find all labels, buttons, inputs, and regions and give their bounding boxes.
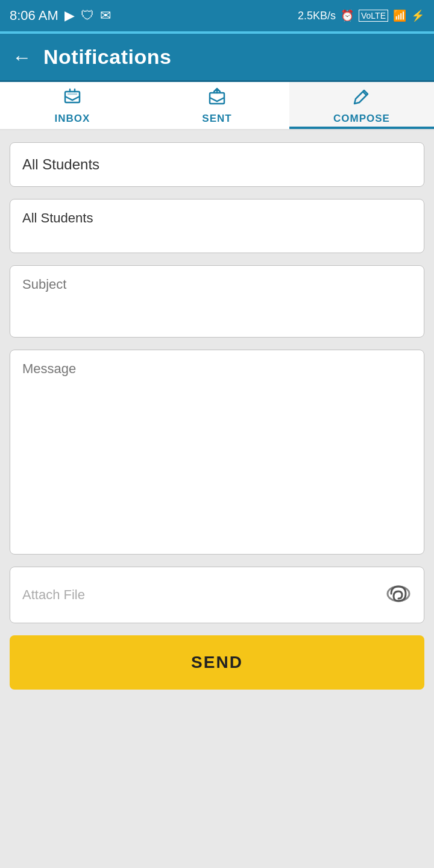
subject-field[interactable] <box>10 265 424 338</box>
compose-icon <box>352 87 371 110</box>
tab-sent[interactable]: SENT <box>145 82 289 129</box>
send-button[interactable]: SEND <box>10 635 424 690</box>
tab-compose-label: COMPOSE <box>333 113 390 125</box>
sent-icon <box>207 87 227 110</box>
shield-icon: 🛡 <box>81 8 94 24</box>
inbox-icon <box>63 87 82 110</box>
message-field[interactable] <box>10 350 424 555</box>
page-title: Notifications <box>43 45 171 69</box>
tab-compose[interactable]: COMPOSE <box>289 82 434 129</box>
paperclip-icon <box>385 580 412 609</box>
page-header: ← Notifications <box>0 34 434 82</box>
back-button[interactable]: ← <box>12 48 31 67</box>
status-bar: 8:06 AM ▶ 🛡 ✉ 2.5KB/s ⏰ VoLTE 📶 ⚡ <box>0 0 434 31</box>
alarm-icon: ⏰ <box>341 9 354 22</box>
to-field[interactable]: All Students <box>10 199 424 253</box>
compose-form: All Students All Students Attach File SE… <box>0 130 434 702</box>
attach-label: Attach File <box>22 587 85 603</box>
mail-icon: ✉ <box>100 8 111 24</box>
battery-icon: ⚡ <box>411 9 424 22</box>
youtube-icon: ▶ <box>64 8 75 24</box>
network-speed: 2.5KB/s <box>298 10 336 22</box>
signal-icon: 📶 <box>393 9 406 22</box>
tab-bar: INBOX SENT COMPOSE <box>0 82 434 130</box>
status-right: 2.5KB/s ⏰ VoLTE 📶 ⚡ <box>298 9 424 22</box>
recipient-display: All Students <box>10 142 424 187</box>
volte-icon: VoLTE <box>359 10 388 22</box>
tab-inbox[interactable]: INBOX <box>0 82 145 129</box>
status-time: 8:06 AM <box>10 8 58 24</box>
tab-sent-label: SENT <box>202 113 231 125</box>
tab-inbox-label: INBOX <box>55 113 90 125</box>
recipient-value: All Students <box>22 156 99 172</box>
status-left: 8:06 AM ▶ 🛡 ✉ <box>10 8 111 24</box>
attach-file-row[interactable]: Attach File <box>10 567 424 623</box>
